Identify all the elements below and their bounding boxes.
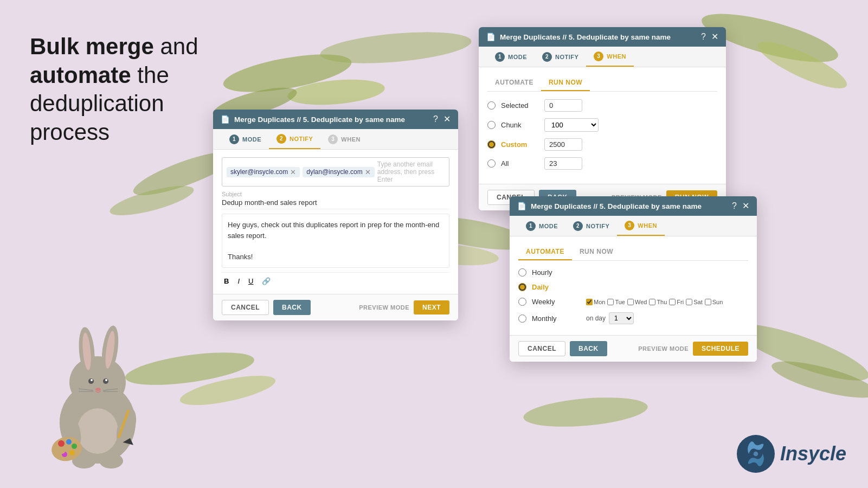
dialog3-help-btn[interactable]: ?	[433, 115, 438, 124]
svg-point-1	[286, 76, 385, 108]
dialog3-close-btn[interactable]: ✕	[443, 115, 451, 124]
dialog2-tabs: AUTOMATE RUN NOW	[518, 244, 748, 261]
svg-point-13	[319, 27, 472, 68]
dialog1-tab-automate[interactable]: AUTOMATE	[487, 75, 541, 91]
dialog3-step1[interactable]: 1 MODE	[222, 129, 269, 149]
dialog2-step2[interactable]: 2 NOTIFY	[565, 216, 617, 236]
dialog1-option-custom: Custom	[487, 138, 717, 151]
dialog1-value-selected[interactable]	[544, 99, 582, 112]
dialog2-header: 📄 Merge Duplicates // 5. Deduplicate by …	[510, 196, 757, 216]
dialog1-step3[interactable]: 3 WHEN	[586, 47, 634, 67]
dialog1-chunk-select[interactable]: 100 500 1000	[544, 118, 599, 132]
doc-icon3: 📄	[221, 115, 230, 124]
dialog3-preview-btn[interactable]: PREVIEW MODE	[359, 304, 409, 311]
dialog3-header: 📄 Merge Duplicates // 5. Deduplicate by …	[213, 110, 458, 129]
email-tag-skyler: skyler@insycle.com ✕	[227, 167, 300, 177]
svg-point-16	[522, 393, 648, 431]
dialog2-cancel-btn[interactable]: CANCEL	[518, 341, 565, 356]
dialog2-help-btn[interactable]: ?	[732, 202, 737, 210]
day-sat[interactable]	[686, 299, 692, 305]
dialog2-freq-hourly: Hourly	[518, 268, 748, 277]
dialog2-radio-monthly[interactable]	[518, 314, 526, 323]
dialog2-radio-daily[interactable]	[518, 283, 526, 291]
rabbit-illustration	[35, 304, 160, 472]
dialog2-step1[interactable]: 1 MODE	[518, 216, 565, 236]
dialog1-radio-custom[interactable]	[487, 140, 496, 149]
dialog2-close-btn[interactable]: ✕	[742, 202, 749, 210]
dialog-automate: 📄 Merge Duplicates // 5. Deduplicate by …	[510, 196, 757, 362]
email-tag-dylan: dylan@insycle.com ✕	[303, 167, 375, 177]
dialog2-freq-monthly-row: Monthly on day 123 1528	[518, 312, 748, 324]
dialog1-title: Merge Duplicates // 5. Deduplicate by sa…	[500, 33, 671, 41]
formatting-bar: B I U 🔗	[222, 272, 449, 286]
dialog2-steps: 1 MODE 2 NOTIFY 3 WHEN	[510, 216, 757, 236]
dialog1-option-selected: Selected	[487, 99, 717, 112]
dialog2-back-btn[interactable]: BACK	[570, 341, 607, 356]
dialog3-steps: 1 MODE 2 NOTIFY 3 WHEN	[213, 129, 458, 150]
subject-label: Subject	[222, 191, 449, 197]
fmt-link-btn[interactable]: 🔗	[260, 276, 273, 286]
dialog1-radio-all[interactable]	[487, 159, 496, 168]
fmt-bold-btn[interactable]: B	[222, 276, 231, 286]
dialog1-header: 📄 Merge Duplicates // 5. Deduplicate by …	[479, 27, 726, 47]
dialog2-step3[interactable]: 3 WHEN	[617, 216, 665, 236]
svg-point-25	[91, 379, 93, 381]
dialog1-step1[interactable]: 1 MODE	[487, 47, 535, 67]
dialog3-step3[interactable]: 3 WHEN	[320, 129, 368, 149]
svg-point-10	[178, 370, 278, 412]
day-wed[interactable]	[627, 299, 634, 305]
fmt-underline-btn[interactable]: U	[246, 276, 255, 286]
svg-point-41	[66, 439, 72, 445]
dialog2-footer: CANCEL BACK PREVIEW MODE SCHEDULE	[510, 335, 757, 362]
dialog2-radio-weekly[interactable]	[518, 298, 526, 306]
dialog1-radio-selected[interactable]	[487, 101, 496, 110]
logo-text: Insycle	[780, 442, 846, 465]
day-mon[interactable]	[586, 299, 593, 305]
day-tue[interactable]	[607, 299, 614, 305]
doc-icon2: 📄	[517, 202, 526, 210]
svg-point-18	[69, 356, 126, 408]
dialog1-radio-chunk[interactable]	[487, 121, 496, 129]
day-thu[interactable]	[649, 299, 655, 305]
svg-point-36	[99, 453, 123, 468]
dialog1-value-all[interactable]	[544, 157, 582, 170]
subject-value[interactable]: Dedup month-end sales report	[222, 198, 449, 209]
dialog1-option-chunk: Chunk 100 500 1000	[487, 118, 717, 132]
dialog3-cancel-btn[interactable]: CANCEL	[222, 300, 269, 315]
svg-point-48	[754, 452, 758, 457]
logo-icon	[737, 435, 775, 473]
email-input-placeholder: Type another email address, then press E…	[377, 160, 445, 183]
svg-point-43	[69, 450, 75, 455]
dialog2-tab-runnow[interactable]: RUN NOW	[572, 244, 621, 260]
day-sun[interactable]	[705, 299, 711, 305]
dialog1-step2[interactable]: 2 NOTIFY	[535, 47, 586, 67]
day-fri[interactable]	[669, 299, 676, 305]
dialog1-option-all: All	[487, 157, 717, 170]
dialog1-value-custom[interactable]	[544, 138, 582, 151]
doc-icon: 📄	[486, 33, 496, 41]
email-body[interactable]: Hey guys, check out this duplicates repo…	[222, 214, 449, 268]
fmt-italic-btn[interactable]: I	[235, 276, 242, 286]
headline: Bulk merge and automate the deduplicatio…	[30, 33, 236, 146]
dialog1-help-btn[interactable]: ?	[701, 33, 706, 41]
dialog1-tab-runnow[interactable]: RUN NOW	[541, 75, 590, 91]
subject-field: Subject Dedup month-end sales report	[222, 191, 449, 209]
dialog2-radio-hourly[interactable]	[518, 268, 526, 277]
dialog2-schedule-btn[interactable]: SCHEDULE	[693, 342, 748, 356]
dialog3-body: skyler@insycle.com ✕ dylan@insycle.com ✕…	[213, 150, 458, 294]
dialog1-close-btn[interactable]: ✕	[711, 33, 718, 41]
dialog2-tab-automate[interactable]: AUTOMATE	[518, 244, 572, 260]
dialog2-freq-daily: Daily	[518, 283, 748, 291]
dialog3-next-btn[interactable]: NEXT	[414, 300, 449, 314]
monthly-day-select[interactable]: 123 1528	[609, 312, 634, 324]
dialog3-step2[interactable]: 2 NOTIFY	[269, 129, 320, 149]
dialog2-preview-btn[interactable]: PREVIEW MODE	[638, 345, 689, 352]
remove-skyler-btn[interactable]: ✕	[290, 168, 296, 176]
dialog3-title: Merge Duplicates // 5. Deduplicate by sa…	[234, 115, 405, 124]
svg-point-6	[107, 180, 196, 221]
remove-dylan-btn[interactable]: ✕	[365, 168, 371, 176]
dialog3-back-btn[interactable]: BACK	[273, 300, 311, 315]
dialog3-footer: CANCEL BACK PREVIEW MODE NEXT	[213, 294, 458, 320]
weekly-days-group: Mon Tue Wed Thu Fri Sat Sun	[586, 299, 723, 305]
svg-point-42	[72, 444, 77, 449]
